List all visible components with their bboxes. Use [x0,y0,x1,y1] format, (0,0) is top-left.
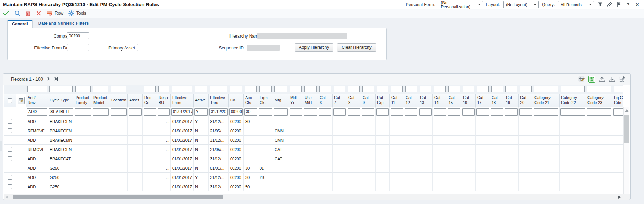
cell-cat19[interactable] [504,154,519,163]
cell-cat16[interactable] [461,136,476,145]
cell-cat7[interactable] [333,163,347,173]
cell-active[interactable]: N [194,136,209,145]
cell-cat16[interactable] [461,117,476,126]
cell-cat17[interactable] [476,173,490,182]
cell-cat18[interactable] [490,154,504,163]
qbe-filter-cat15[interactable] [448,86,460,92]
cell-asset[interactable] [128,145,143,154]
cancel-button[interactable] [36,10,42,16]
grid-format-icon[interactable] [18,97,25,104]
cell-product_model[interactable] [92,154,110,163]
qbe-filter-cat8[interactable] [348,86,360,92]
select-all-checkbox[interactable] [8,98,12,103]
cell-product_model[interactable] [92,173,110,182]
cell-effective_from[interactable]: 01/01/2017 [171,117,194,126]
cell-mfg[interactable]: CMN [273,126,289,136]
cell-input-location[interactable] [111,108,127,116]
cell-cat17[interactable] [476,136,490,145]
cell-effective_thru[interactable]: 31/12/... [209,136,229,145]
cell-resp_bu[interactable]: ... [157,173,171,182]
cell-cc21[interactable] [533,154,560,163]
cell-asset[interactable] [128,154,143,163]
cell-product_model[interactable] [92,117,110,126]
column-header-eqm_cls[interactable]: Eqm Cls [258,94,273,107]
cell-acc_cls[interactable]: 30 [244,117,258,126]
cell-mdl_yr[interactable] [289,136,303,145]
cell-mfg[interactable] [273,117,289,126]
horizontal-scrollbar[interactable] [4,194,630,200]
cell-cc22[interactable] [560,126,586,136]
cell-cycle_type[interactable]: G250 [48,163,74,173]
column-header-cc22[interactable]: Category Code 22 [560,94,586,107]
cell-cat6[interactable] [318,117,333,126]
cell-use_mh[interactable] [303,163,318,173]
cell-resp_bu[interactable]: ... [157,145,171,154]
cell-rat_grp[interactable] [376,163,390,173]
grid-format-cell[interactable] [16,94,26,107]
layout-select[interactable]: (No Layout) [503,1,539,8]
cell-co[interactable]: 00200 [229,136,244,145]
cell-cat11[interactable] [390,126,404,136]
find-button[interactable] [14,10,20,16]
row-checkbox[interactable] [8,184,12,189]
cell-location[interactable] [110,126,128,136]
row-select-cell[interactable] [4,182,16,191]
column-header-effective_thru[interactable]: Effective Thru [209,94,229,107]
export-grid-data-icon[interactable] [588,76,595,83]
cell-cat11[interactable] [390,173,404,182]
qbe-filter-cat14[interactable] [434,86,446,92]
customize-grid-icon[interactable] [578,76,585,83]
cell-cat16[interactable] [461,154,476,163]
cell-cat15[interactable] [447,145,461,154]
cell-cat17[interactable] [476,126,490,136]
cell-cat20[interactable] [519,173,533,182]
cell-input-effective_thru[interactable]: 31/12/20 [209,108,228,116]
cell-cat9[interactable] [361,117,376,126]
cell-eq_cde[interactable] [612,173,623,182]
column-header-active[interactable]: Active [194,94,209,107]
column-header-cat11[interactable]: Cat 11 [390,94,404,107]
cell-cat6[interactable] [318,136,333,145]
edit-query-icon[interactable] [606,2,612,8]
cell-input-cat14[interactable] [434,108,446,116]
cell-add_rmv[interactable]: ADD [26,173,48,182]
expand-grid-icon[interactable] [618,76,625,83]
cell-input-cat20[interactable] [519,108,532,116]
column-header-mfg[interactable]: Mfg [273,94,289,107]
cell-cat7[interactable] [333,154,347,163]
qbe-filter-cat7[interactable] [334,86,345,92]
tab-date-and-numeric-filters[interactable]: Date and Numeric Filters [35,20,92,28]
row-checkbox[interactable] [8,166,12,170]
cell-rat_grp[interactable] [376,173,390,182]
qbe-filter-cc21[interactable] [534,86,558,92]
qbe-filter-mdl_yr[interactable] [290,86,302,92]
cell-cat16[interactable] [461,163,476,173]
cell-effective_from[interactable]: 01/01/2017 [171,154,194,163]
next-page-icon[interactable] [47,76,50,82]
cell-rat_grp[interactable] [376,117,390,126]
cell-input-product_family[interactable] [75,108,91,116]
horizontal-scrollbar-thumb[interactable] [13,195,223,199]
qbe-filter-rat_grp[interactable] [377,86,388,92]
qbe-filter-doc_co[interactable] [144,86,156,92]
cell-cat13[interactable] [418,136,433,145]
row-checkbox[interactable] [8,147,12,152]
cell-cat14[interactable] [433,145,447,154]
cell-cat13[interactable] [418,182,433,191]
column-header-cat8[interactable]: Cat 8 [347,94,361,107]
cell-cc21[interactable] [533,145,560,154]
cell-input-cat9[interactable] [362,108,374,116]
cell-acc_cls[interactable] [244,136,258,145]
cell-effective_thru[interactable]: 31/12/... [209,117,229,126]
cell-input-co[interactable]: 00200 [229,108,243,116]
cell-cat9[interactable] [361,136,376,145]
row-select-cell[interactable] [4,136,16,145]
cell-cat9[interactable] [361,154,376,163]
cell-input-mdl_yr[interactable] [290,108,302,116]
qbe-filter-eqm_cls[interactable] [259,86,272,92]
column-header-cat16[interactable]: Cat 16 [461,94,476,107]
cell-mdl_yr[interactable] [289,154,303,163]
qbe-filter-effective_thru[interactable] [210,86,227,92]
cell-cat18[interactable] [490,145,504,154]
row-select-cell[interactable] [4,154,16,163]
